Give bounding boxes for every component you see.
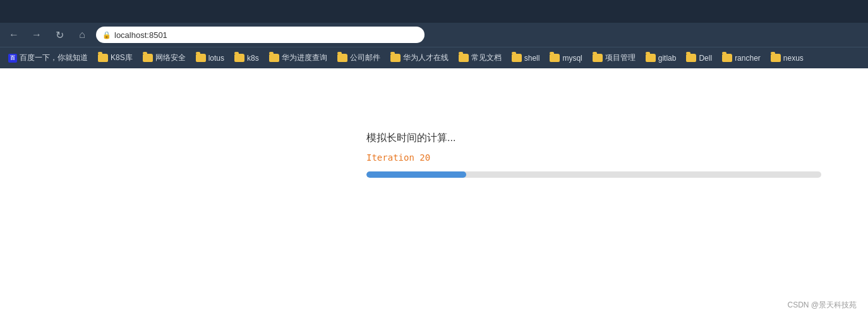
bookmark-huawei-talent[interactable]: 华为人才在线 xyxy=(386,51,453,65)
bookmark-gitlab[interactable]: gitlab xyxy=(641,52,681,65)
bookmark-company-mail[interactable]: 公司邮件 xyxy=(333,51,385,65)
back-button[interactable]: ← xyxy=(5,26,23,44)
bookmark-label: 项目管理 xyxy=(605,53,636,63)
bookmark-label: lotus xyxy=(208,54,224,63)
folder-icon xyxy=(771,54,781,62)
folder-icon xyxy=(143,54,153,62)
bookmark-mysql[interactable]: mysql xyxy=(545,52,586,65)
bookmark-label: 百度一下，你就知道 xyxy=(20,53,88,63)
folder-icon xyxy=(550,54,560,62)
bookmark-huawei-search[interactable]: 华为进度查询 xyxy=(265,51,332,65)
bookmark-label: k8s xyxy=(247,54,259,63)
lock-icon: 🔒 xyxy=(102,31,111,39)
bookmark-label: Dell xyxy=(699,54,712,63)
bookmark-label: 网络安全 xyxy=(155,53,186,63)
bookmark-label: K8S库 xyxy=(111,53,133,63)
bookmark-label: 华为进度查询 xyxy=(282,53,327,63)
folder-icon xyxy=(390,54,401,62)
progress-container xyxy=(366,171,821,178)
bookmark-k8s-lib[interactable]: K8S库 xyxy=(93,51,137,65)
address-bar[interactable]: 🔒 localhost:8501 xyxy=(96,27,425,43)
folder-icon xyxy=(512,54,522,62)
tab-bar xyxy=(0,0,868,23)
bookmark-label: nexus xyxy=(783,54,804,63)
refresh-button[interactable]: ↻ xyxy=(51,26,68,44)
progress-bar xyxy=(366,171,466,178)
home-button[interactable]: ⌂ xyxy=(73,26,91,44)
bookmark-shell[interactable]: shell xyxy=(507,52,545,65)
main-content: 模拟长时间的计算... Iteration 20 xyxy=(0,68,868,321)
folder-icon xyxy=(234,54,244,62)
folder-icon xyxy=(686,54,696,62)
bookmark-rancher[interactable]: rancher xyxy=(718,52,765,65)
baidu-icon: 百 xyxy=(8,54,17,63)
bookmark-k8s[interactable]: k8s xyxy=(230,52,263,65)
nav-bar: ← → ↻ ⌂ 🔒 localhost:8501 xyxy=(0,23,868,47)
bookmark-label: 常见文档 xyxy=(471,53,502,63)
content-center: 模拟长时间的计算... Iteration 20 xyxy=(0,119,868,178)
folder-icon xyxy=(269,54,279,62)
bookmark-label: 公司邮件 xyxy=(350,53,380,63)
folder-icon xyxy=(722,54,732,62)
iteration-label: Iteration 20 xyxy=(366,152,430,163)
bookmark-label: gitlab xyxy=(658,54,677,63)
folder-icon xyxy=(98,54,108,62)
bookmarks-bar: 百 百度一下，你就知道 K8S库 网络安全 lotus k8s 华为进度查询 公… xyxy=(0,47,868,68)
bookmark-dell[interactable]: Dell xyxy=(682,52,716,65)
bookmark-project-mgmt[interactable]: 项目管理 xyxy=(588,51,640,65)
bookmark-label: rancher xyxy=(735,54,761,63)
bookmark-lotus[interactable]: lotus xyxy=(191,52,229,65)
page-title: 模拟长时间的计算... xyxy=(366,132,455,145)
bookmark-label: mysql xyxy=(562,54,582,63)
forward-button[interactable]: → xyxy=(28,26,45,44)
browser-chrome: ← → ↻ ⌂ 🔒 localhost:8501 百 百度一下，你就知道 K8S… xyxy=(0,0,868,68)
bookmark-nexus[interactable]: nexus xyxy=(766,52,808,65)
bookmark-label: 华为人才在线 xyxy=(403,53,449,63)
folder-icon xyxy=(196,54,206,62)
folder-icon xyxy=(459,54,469,62)
folder-icon xyxy=(646,54,656,62)
bookmark-baidu[interactable]: 百 百度一下，你就知道 xyxy=(4,51,92,65)
folder-icon xyxy=(593,54,603,62)
footer-watermark: CSDN @景天科技苑 xyxy=(787,300,857,311)
bookmark-label: shell xyxy=(524,54,540,63)
bookmark-common-docs[interactable]: 常见文档 xyxy=(454,51,506,65)
bookmark-net-sec[interactable]: 网络安全 xyxy=(138,51,190,65)
folder-icon xyxy=(337,54,347,62)
url-text: localhost:8501 xyxy=(114,30,167,40)
